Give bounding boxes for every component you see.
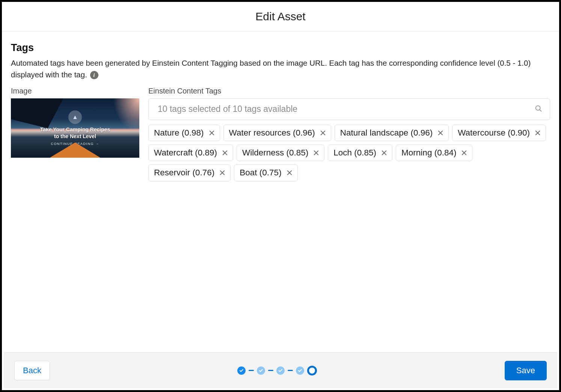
close-icon[interactable] [208,130,215,136]
asset-thumbnail[interactable]: ▲ Take Your Camping Recipes to the Next … [11,98,139,158]
step-separator [288,370,293,371]
tag-pill[interactable]: Watercraft (0.89) [148,145,233,161]
thumbnail-badge-icon: ▲ [68,110,82,124]
tag-pill-label: Morning (0.84) [401,147,456,158]
tag-pill-label: Boat (0.75) [240,167,281,178]
tag-pill-label: Natural landscape (0.96) [340,127,433,139]
tag-pill-label: Reservoir (0.76) [154,167,214,178]
tag-pill-label: Water resources (0.96) [229,127,315,139]
tag-pill[interactable]: Watercourse (0.90) [452,125,546,141]
tag-pill[interactable]: Boat (0.75) [234,164,297,181]
tag-pill-container: Nature (0.98)Water resources (0.96)Natur… [148,125,550,181]
step-separator [268,370,273,371]
section-title: Tags [11,42,550,54]
tag-pill-label: Loch (0.85) [333,147,376,158]
step-1-complete-icon[interactable] [237,366,246,375]
modal-footer: Back Save [4,352,557,388]
close-icon[interactable] [313,149,320,156]
close-icon[interactable] [286,169,293,176]
info-icon[interactable]: i [90,71,98,79]
tag-pill-label: Wilderness (0.85) [242,147,308,158]
step-indicator [237,366,317,375]
tag-pill-label: Watercraft (0.89) [154,147,217,158]
close-icon[interactable] [219,169,226,176]
step-3-complete-icon[interactable] [276,366,285,375]
image-label: Image [11,87,139,95]
tag-pill[interactable]: Nature (0.98) [148,125,220,141]
save-button[interactable]: Save [505,361,547,380]
close-icon[interactable] [461,149,468,156]
modal-title: Edit Asset [2,10,559,23]
step-5-current-icon[interactable] [307,366,317,375]
thumbnail-caption-line1: Take Your Camping Recipes [40,127,110,133]
close-icon[interactable] [381,149,388,156]
modal-content: Tags Automated tags have been generated … [2,32,559,189]
tag-search-input[interactable] [148,98,550,120]
close-icon[interactable] [222,149,228,156]
section-description: Automated tags have been generated by Ei… [11,57,550,81]
tag-pill-label: Watercourse (0.90) [458,127,530,139]
tag-pill[interactable]: Natural landscape (0.96) [335,125,449,141]
tag-pill[interactable]: Morning (0.84) [396,145,472,161]
thumbnail-caption: Take Your Camping Recipes to the Next Le… [11,126,139,140]
tag-pill[interactable]: Reservoir (0.76) [148,164,231,181]
modal-header: Edit Asset [2,2,559,32]
svg-line-1 [540,109,541,111]
tag-pill[interactable]: Loch (0.85) [328,145,392,161]
search-icon [534,104,543,114]
close-icon[interactable] [437,130,444,136]
tag-pill[interactable]: Water resources (0.96) [223,125,331,141]
step-4-complete-icon[interactable] [296,366,304,375]
step-2-complete-icon[interactable] [257,366,265,375]
tags-label: Einstein Content Tags [148,87,550,95]
tag-pill[interactable]: Wilderness (0.85) [237,145,324,161]
close-icon[interactable] [534,130,541,136]
close-icon[interactable] [320,130,326,136]
thumbnail-caption-line2: to the Next Level [54,133,96,139]
tag-pill-label: Nature (0.98) [154,127,204,139]
back-button[interactable]: Back [14,361,50,380]
step-separator [249,370,254,371]
section-description-text: Automated tags have been generated by Ei… [11,59,531,79]
